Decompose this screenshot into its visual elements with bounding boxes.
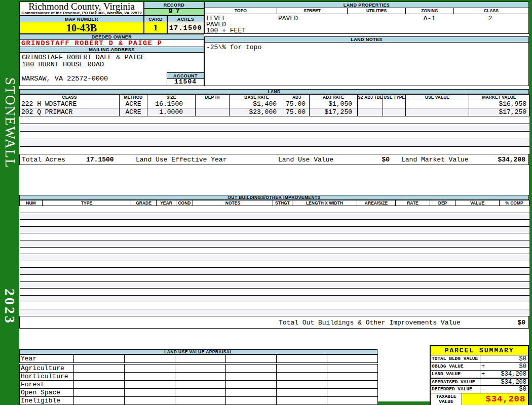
parcel-summary-section: PARCEL SUMMARY TOTAL BLDG VALUE $0 OBLDG…	[430, 345, 529, 405]
land-notes-title: LAND NOTES	[205, 37, 528, 43]
col-size: SIZE	[147, 95, 196, 100]
col-pct-comp: % COMP	[500, 200, 529, 206]
appraisal-cell	[277, 389, 327, 397]
appraisal-cell	[277, 397, 327, 405]
empty-row	[20, 247, 529, 254]
appraisal-cell	[175, 397, 226, 405]
district-sidebar-label: STONEWALL	[2, 77, 18, 169]
total-acres-label: Total Acres	[22, 156, 65, 163]
total-bldg-value: $0	[519, 355, 528, 362]
col-depth: DEPTH	[196, 95, 230, 100]
land-use-appraisal-table: YearAgricultureHorticultureForestOpen Sp…	[19, 354, 378, 405]
appraisal-cell	[327, 397, 378, 405]
commissioner-address: Commissioner of the Revenue, PO Box 366,…	[20, 11, 143, 15]
map-number-box: MAP NUMBER 10-43B	[19, 16, 144, 34]
land-properties-section: LAND PROPERTIES TOPO STREET UTILITIES ZO…	[204, 2, 529, 34]
record-value: 97	[144, 9, 204, 16]
appraisal-cell	[327, 373, 378, 381]
land-row: 202 Q PRIMACR ACRE 1.0000 $23,000 75.00 …	[20, 108, 529, 116]
cell-method: ACRE	[120, 108, 147, 116]
col-adj-rate: ADJ RATE	[310, 95, 358, 100]
land-value-label: LAND VALUE	[431, 371, 480, 378]
appraised-value: $34,208	[501, 379, 528, 386]
land-use-appraisal-title: LAND USE VALUE APPRAISAL	[19, 349, 377, 354]
deferred-value-label: DEFERRED VALUE	[431, 386, 480, 393]
col-method: METHOD	[120, 95, 147, 100]
appraisal-cell	[175, 364, 226, 373]
address-line-1: GRINDSTAFF ROBERT DALE & PAIGE	[22, 54, 145, 61]
appraisal-cell	[327, 355, 378, 363]
land-table-title: LAND	[19, 89, 529, 94]
account-value: 11504	[167, 79, 204, 85]
appraisal-cell	[226, 373, 277, 381]
col-use-type: USE TYPE	[383, 95, 406, 100]
col-sthgt: STHGT	[273, 200, 292, 206]
empty-row	[20, 124, 529, 132]
land-notes-section: LAND NOTES -25\% for topo	[204, 36, 529, 86]
empty-row	[20, 261, 529, 268]
acres-box: ACRES 17.1500	[167, 16, 204, 34]
address-line-2: 180 BURNT HOUSE ROAD	[22, 61, 104, 68]
col-dep: DEP	[430, 200, 455, 206]
cell-sz-adj-tbl	[358, 108, 383, 116]
land-properties-title: LAND PROPERTIES	[205, 2, 528, 8]
cell-use-value	[406, 108, 469, 116]
parcel-summary-row: TOTAL BLDG VALUE $0	[431, 355, 528, 363]
empty-row	[20, 268, 529, 275]
appraisal-cell	[125, 381, 175, 389]
col-year: YEAR	[157, 200, 176, 206]
appraisal-row-label: Horticulture	[20, 373, 74, 381]
parcel-summary-row: LAND VALUE +$34,208	[431, 371, 528, 378]
cell-depth	[196, 108, 230, 116]
col-street: STREET	[277, 8, 348, 14]
col-value: VALUE	[455, 200, 500, 206]
out-buildings-section: OUT BUILDINGS/OTHER IMPROVEMENTS NUM TYP…	[19, 195, 529, 329]
col-num: NUM	[20, 200, 43, 206]
card-box: CARD 1	[144, 16, 167, 34]
land-market-value: $34,208	[498, 156, 525, 163]
appraisal-cell	[175, 389, 226, 397]
appraisal-cell	[125, 355, 175, 363]
land-use-value-label: Land Use Value	[278, 156, 333, 163]
col-sz-adj-tbl: SZ ADJ TBL	[358, 95, 383, 100]
cell-adj-rate: $17,250	[310, 108, 358, 116]
land-table: CLASS METHOD SIZE DEPTH BASE RATE ADJ AD…	[19, 94, 529, 154]
col-type: TYPE	[43, 200, 131, 206]
appraisal-row: Forest	[20, 381, 378, 389]
col-use-value: USE VALUE	[406, 95, 469, 100]
cell-market-value: $16,958	[469, 100, 529, 108]
parcel-summary-row: OBLDG VALUE +$0	[431, 363, 528, 371]
empty-row	[20, 116, 529, 124]
appraisal-row: Year	[20, 355, 378, 363]
appraisal-cell	[327, 389, 378, 397]
appraisal-row: Ineligible	[20, 397, 378, 405]
cell-market-value: $17,250	[469, 108, 529, 116]
land-market-value-label: Land Market Value	[401, 156, 469, 163]
cell-adj-rate: $1,050	[310, 100, 358, 108]
land-row: 222 H WDSTACRE ACRE 16.1500 $1,400 75.00…	[20, 100, 529, 108]
county-header-box: Richmond County, Virginia Commissioner o…	[19, 2, 144, 16]
deeded-owner-value: GRINDSTAFF ROBERT D & PAIGE P	[20, 40, 204, 47]
col-class: CLASS	[454, 8, 528, 14]
land-properties-header-row: TOPO STREET UTILITIES ZONING CLASS	[205, 8, 528, 14]
land-properties-values: LEVEL PAVED A-1 2 PAVED 100 + FEET	[205, 14, 528, 33]
card-label: CARD	[144, 16, 167, 22]
appraisal-cell	[226, 364, 277, 373]
map-number-label: MAP NUMBER	[19, 16, 144, 22]
land-use-effective-year-label: Land Use Effective Year	[136, 156, 226, 163]
appraisal-cell	[226, 397, 277, 405]
map-number-value: 10-43B	[19, 22, 144, 34]
operator: -	[480, 386, 486, 393]
appraisal-cell	[125, 364, 175, 373]
out-buildings-table: NUM TYPE GRADE YEAR COND NOTES STHGT LEN…	[19, 200, 529, 316]
appraisal-row: Agriculture	[20, 364, 378, 373]
obldg-value-label: OBLDG VALUE	[431, 363, 480, 370]
mailing-address-label: MAILING ADDRESS	[20, 47, 204, 53]
empty-row	[20, 295, 529, 302]
cell-use-type	[383, 108, 406, 116]
appraisal-row-label: Open Space	[20, 389, 74, 397]
cell-adj: 75.00	[284, 100, 310, 108]
zoning-value: A-1	[405, 15, 453, 22]
appraisal-cell	[327, 364, 378, 373]
empty-row	[20, 309, 529, 316]
